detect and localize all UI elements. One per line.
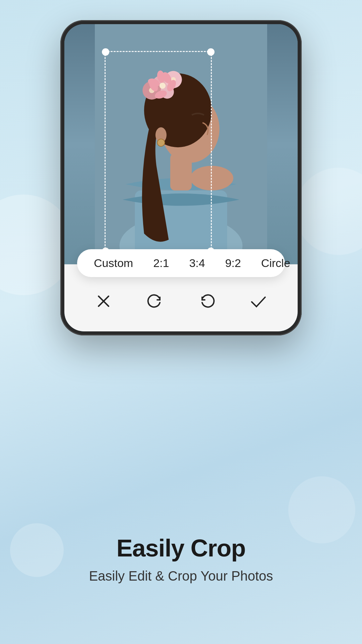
crop-option-circle[interactable]: Circle (261, 257, 290, 270)
bottom-text-section: Easily Crop Easily Edit & Crop Your Phot… (0, 534, 362, 584)
phone-mockup: Custom 2:1 3:4 9:2 Circle (60, 20, 302, 335)
crop-handle-top-right[interactable] (207, 48, 215, 56)
crop-option-3-4[interactable]: 3:4 (189, 257, 205, 270)
cancel-button[interactable] (90, 288, 117, 315)
crop-overlay[interactable] (105, 51, 212, 252)
crop-option-custom[interactable]: Custom (94, 257, 133, 270)
crop-handle-top-left[interactable] (102, 48, 109, 56)
subheadline: Easily Edit & Crop Your Photos (89, 569, 273, 584)
photo-area (64, 24, 298, 264)
crop-option-9-2[interactable]: 9:2 (225, 257, 241, 270)
confirm-button[interactable] (245, 288, 272, 315)
bottom-panel: Custom 2:1 3:4 9:2 Circle (64, 264, 298, 331)
phone-frame: Custom 2:1 3:4 9:2 Circle (60, 20, 302, 335)
rotate-right-button[interactable] (142, 288, 169, 315)
crop-options-bar: Custom 2:1 3:4 9:2 Circle (77, 249, 285, 277)
phone-screen: Custom 2:1 3:4 9:2 Circle (64, 24, 298, 331)
crop-option-2-1[interactable]: 2:1 (153, 257, 169, 270)
rotate-left-button[interactable] (193, 288, 220, 315)
headline: Easily Crop (116, 534, 245, 562)
bg-decoration-3 (288, 476, 355, 543)
bg-decoration-2 (295, 168, 362, 255)
